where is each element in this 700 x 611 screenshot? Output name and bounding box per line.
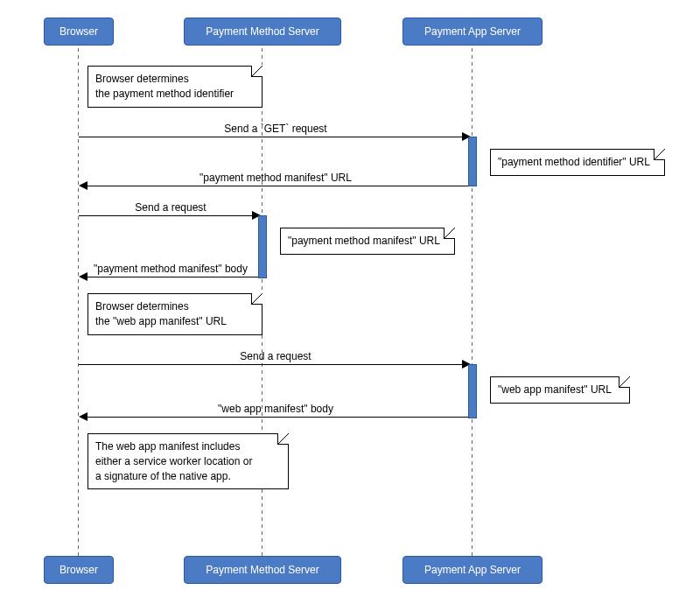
note-browser-determines-pmi: Browser determines the payment method id… — [88, 66, 262, 108]
actor-label: Payment Method Server — [206, 564, 318, 576]
actor-pas-top: Payment App Server — [402, 18, 542, 46]
actor-browser-bottom: Browser — [44, 556, 114, 584]
arrow-line — [88, 277, 258, 277]
message-text: "payment method manifest" URL — [200, 172, 352, 184]
message-text: "web app manifest" body — [218, 403, 333, 415]
note-text: Browser determines the "web app manifest… — [95, 300, 227, 327]
note-wam-includes: The web app manifest includes either a s… — [88, 433, 289, 489]
note-text: "payment method identifier" URL — [498, 156, 650, 168]
arrow-line — [79, 215, 254, 216]
message-text: "payment method manifest" body — [94, 263, 248, 275]
message-send-request-pms: Send a request — [79, 201, 262, 214]
note-text: "web app manifest" URL — [498, 383, 612, 396]
note-text: Browser determines the payment method id… — [95, 73, 234, 100]
actor-label: Payment App Server — [424, 25, 521, 38]
arrowhead-icon — [79, 412, 88, 421]
arrow-line — [79, 364, 464, 365]
message-get-request: Send a `GET` request — [79, 123, 472, 135]
note-text: The web app manifest includes either a s… — [95, 440, 252, 482]
actor-browser-top: Browser — [44, 18, 114, 46]
actor-label: Payment App Server — [424, 564, 521, 576]
arrow-line — [79, 137, 464, 137]
note-pmm-url: "payment method manifest" URL — [280, 228, 455, 255]
note-pmi-url: "payment method identifier" URL — [490, 149, 665, 176]
note-wam-url: "web app manifest" URL — [490, 376, 630, 404]
arrowhead-icon — [79, 181, 88, 190]
arrowhead-icon — [79, 272, 88, 281]
message-text: Send a `GET` request — [224, 123, 326, 135]
actor-label: Browser — [60, 564, 98, 576]
sequence-diagram: Browser Payment Method Server Payment Ap… — [18, 18, 682, 595]
actor-label: Browser — [60, 25, 98, 38]
actor-pas-bottom: Payment App Server — [402, 556, 542, 584]
note-browser-determines-wam: Browser determines the "web app manifest… — [88, 293, 262, 335]
arrow-line — [88, 417, 468, 418]
message-pmm-body: "payment method manifest" body — [79, 263, 262, 275]
message-text: Send a request — [135, 201, 206, 214]
arrow-line — [88, 186, 468, 186]
actor-pms-bottom: Payment Method Server — [184, 556, 341, 584]
actor-label: Payment Method Server — [206, 25, 318, 38]
message-send-request-pas: Send a request — [79, 350, 472, 362]
actor-pms-top: Payment Method Server — [184, 18, 341, 46]
message-pmm-url: "payment method manifest" URL — [79, 172, 472, 184]
note-text: "payment method manifest" URL — [288, 235, 440, 247]
message-wam-body: "web app manifest" body — [79, 403, 472, 415]
message-text: Send a request — [240, 350, 311, 362]
